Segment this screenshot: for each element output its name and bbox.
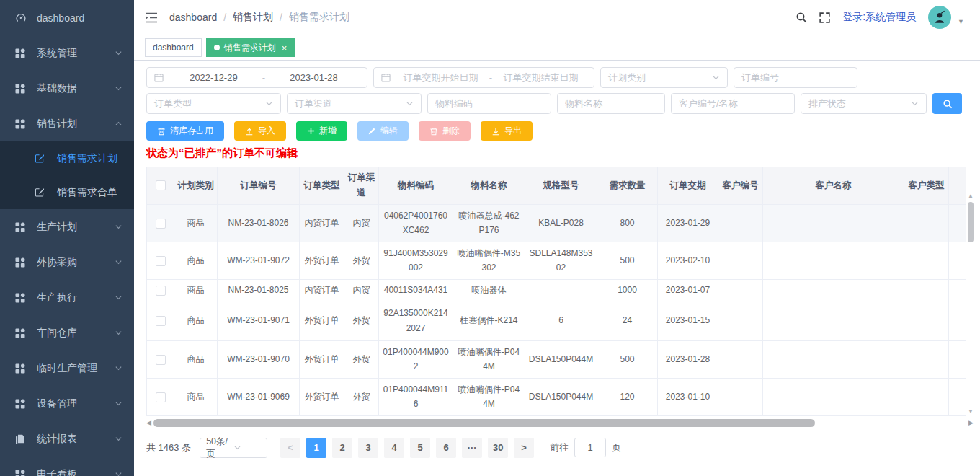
tab-label: dashboard [153,43,194,53]
page-size-select[interactable]: 50条/页 [200,438,267,458]
scroll-right-arrow-icon[interactable]: ▶ [968,418,976,428]
export-button[interactable]: 导出 [481,121,533,141]
goto-page-input[interactable] [574,438,606,457]
edit-button[interactable]: 编辑 [357,121,409,141]
create-date-range-picker[interactable]: 2022-12-29 - 2023-01-28 [146,67,368,88]
chevron-down-icon [115,84,122,92]
search-button[interactable] [932,93,962,114]
pager-page-3[interactable]: 3 [358,438,378,458]
order-channel-select[interactable]: 订单渠道 [287,93,422,114]
pager-page-2[interactable]: 2 [332,438,352,458]
chevron-down-icon [115,435,122,443]
orders-table: 计划类别订单编号订单类型订单渠道物料编码物料名称规格型号需求数量订单交期客户编号… [146,167,966,416]
select-all-checkbox[interactable] [156,180,166,190]
row-checkbox[interactable] [156,355,166,365]
button-label: 删除 [442,125,460,137]
table-row[interactable]: 商品WM-23-01-9070外贸订单外贸01P400044M9002喷油嘴偶件… [147,340,966,378]
row-checkbox[interactable] [156,219,166,229]
button-label: 编辑 [380,125,398,137]
close-icon[interactable]: × [282,43,288,53]
grid-icon [15,363,27,374]
sidebar-item-equipment-management[interactable]: 设备管理 [0,386,134,421]
horizontal-scroll-thumb[interactable] [153,419,815,427]
customer-input[interactable] [671,93,795,114]
table-cell: 外贸订单 [300,242,344,279]
button-label: 导出 [504,125,522,137]
sidebar-item-base-data[interactable]: 基础数据 [0,71,134,106]
table-cell: 2023-01-07 [658,279,718,301]
pager-page-1[interactable]: 1 [306,438,326,458]
sidebar-item-sales-plan[interactable]: 销售计划 [0,106,134,141]
sidebar-item-dashboard[interactable]: dashboard [0,0,134,35]
fullscreen-icon[interactable] [819,12,830,23]
horizontal-scrollbar[interactable]: ◀ ▶ [146,418,976,428]
sidebar-item-production-plan[interactable]: 生产计划 [0,209,134,244]
sidebar-item-production-execution[interactable]: 生产执行 [0,280,134,315]
active-dot-icon [214,45,220,50]
caret-down-icon[interactable]: ▼ [958,9,964,25]
order-type-select[interactable]: 订单类型 [146,93,281,114]
button-label: 清库存占用 [170,125,213,137]
pager-page-5[interactable]: 5 [410,438,430,458]
breadcrumb-item[interactable]: 销售计划 [233,11,273,24]
chevron-down-icon [265,100,273,107]
table-cell: 92A135000K2142027 [379,301,453,340]
schedule-status-select[interactable]: 排产状态 [801,93,927,114]
table-cell [763,242,904,279]
plan-category-select[interactable]: 计划类别 [600,67,728,88]
order-no-input[interactable] [734,67,858,88]
sidebar-item-system-management[interactable]: 系统管理 [0,35,134,71]
delete-button[interactable]: 删除 [419,121,471,141]
row-checkbox[interactable] [156,256,166,266]
pager-page-4[interactable]: 4 [384,438,404,458]
material-name-input[interactable] [557,93,665,114]
table-row[interactable]: 商品NM-23-01-8025内贸订单内贸40011S034A431喷油器体10… [147,279,966,301]
import-button[interactable]: 导入 [234,121,286,141]
table-row[interactable]: 商品NM-23-01-8026内贸订单内贸04062P4001760XC462喷… [147,204,966,242]
avatar[interactable] [928,6,951,29]
checkbox-cell [147,204,174,242]
collapse-sidebar-icon[interactable] [145,12,158,23]
row-checkbox[interactable] [156,316,166,326]
due-date-range-picker[interactable]: 订单交期开始日期 - 订单交期结束日期 [373,67,594,88]
pager-next-button[interactable]: > [514,438,534,458]
pager-prev-button[interactable]: < [280,438,300,458]
tab-dashboard[interactable]: dashboard [145,38,202,57]
sidebar-item-statistical-reports[interactable]: 统计报表 [0,421,134,457]
page-size-label: 50条/页 [206,436,233,460]
sidebar-item-sales-demand-merge[interactable]: 销售需求合单 [0,175,134,209]
scroll-up-arrow-icon[interactable]: ▲ [966,192,976,200]
sidebar-item-workshop-warehouse[interactable]: 车间仓库 [0,315,134,351]
table-row[interactable]: 商品WM-23-01-9069外贸订单外贸01P400044M9116喷油嘴偶件… [147,378,966,415]
grid-icon [15,222,27,232]
scroll-left-arrow-icon[interactable]: ◀ [146,418,153,428]
material-code-input[interactable] [427,93,551,114]
pager-page-30[interactable]: 30 [488,438,508,458]
sidebar-item-sales-demand-plan[interactable]: 销售需求计划 [0,141,134,175]
table-cell: 6 [525,301,597,340]
upload-icon [245,127,254,136]
pager-more-button[interactable]: ··· [462,438,482,458]
row-checkbox[interactable] [156,286,166,296]
sidebar-item-electronic-board[interactable]: 电子看板 [0,457,134,476]
tab-label: 销售需求计划 [224,42,276,54]
pagination: 共 1463 条 50条/页 < 123456···30 > 前往 页 [146,438,976,458]
clear-stock-button[interactable]: 清库存占用 [146,121,224,141]
tab-销售需求计划[interactable]: 销售需求计划× [206,38,295,57]
add-button[interactable]: 新增 [296,121,347,141]
search-icon[interactable] [796,12,807,23]
sidebar-item-label: 临时生产管理 [37,362,115,375]
vertical-scroll-thumb[interactable] [968,202,974,242]
scroll-down-arrow-icon[interactable]: ▼ [966,407,976,416]
chevron-down-icon [233,444,261,451]
table-cell: 内贸 [344,204,379,242]
row-checkbox[interactable] [156,392,166,402]
sidebar-item-outsourcing-purchase[interactable]: 外协采购 [0,244,134,280]
pager-page-6[interactable]: 6 [436,438,456,458]
vertical-scrollbar[interactable]: ▲ ▼ [966,190,976,416]
table-row[interactable]: 商品WM-23-01-9072外贸订单外贸91J400M353029002喷油嘴… [147,242,966,279]
breadcrumb-separator: / [223,12,226,23]
breadcrumb-item[interactable]: dashboard [169,12,217,23]
sidebar-item-temp-production-management[interactable]: 临时生产管理 [0,351,134,386]
table-row[interactable]: 商品WM-23-01-9071外贸订单外贸92A135000K2142027柱塞… [147,301,966,340]
